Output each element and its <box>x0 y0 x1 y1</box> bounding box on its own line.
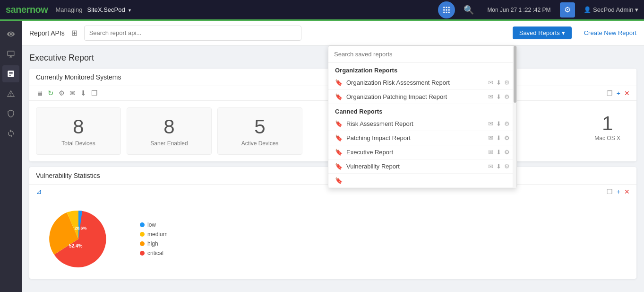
saner-enabled-card: 8 Saner Enabled <box>127 107 212 155</box>
settings-toolbar-icon[interactable]: ⚙ <box>59 89 65 97</box>
sync-icon <box>7 129 15 138</box>
total-devices-label: Total Devices <box>61 140 95 147</box>
search-report-input[interactable] <box>84 26 301 41</box>
vuln-report-label: Vulnerability Report <box>346 163 488 170</box>
settings-action-5[interactable]: ⚙ <box>504 149 510 156</box>
saved-reports-search-input[interactable] <box>334 51 511 58</box>
sidebar-item-visibility[interactable] <box>2 26 19 43</box>
svg-rect-8 <box>448 11 450 13</box>
sidebar-item-alerts[interactable] <box>2 85 19 102</box>
sidebar-item-security[interactable] <box>2 105 19 122</box>
legend-dot-high <box>140 241 145 246</box>
bookmark-icon-7: 🔖 <box>335 177 343 184</box>
app-layout: Report APIs ⊞ Saved Reports ▾ Create New… <box>0 21 644 292</box>
item-actions-6: ✉ ⬇ ⚙ <box>488 163 510 170</box>
mac-os-number: 1 <box>594 112 620 135</box>
vuln-add-icon[interactable]: + <box>617 188 620 195</box>
org-risk-assessment-item[interactable]: 🔖 Organization Risk Assessment Report ✉ … <box>328 76 516 90</box>
download-action-1[interactable]: ⬇ <box>496 79 501 86</box>
settings-action-4[interactable]: ⚙ <box>504 134 510 142</box>
bookmark-icon-5: 🔖 <box>335 149 343 156</box>
vuln-report-item[interactable]: 🔖 Vulnerability Report ✉ ⬇ ⚙ <box>328 159 516 174</box>
item-actions-5: ✉ ⬇ ⚙ <box>488 149 510 156</box>
eye-icon <box>7 30 15 38</box>
legend-label-critical: critical <box>147 250 163 257</box>
report-apis-bar: Report APIs ⊞ Saved Reports ▾ Create New… <box>22 21 644 45</box>
org-risk-label: Organization Risk Assessment Report <box>346 79 488 86</box>
patching-impact-item[interactable]: 🔖 Patching Impact Report ✉ ⬇ ⚙ <box>328 131 516 145</box>
dropdown-scrollbar[interactable] <box>513 46 516 188</box>
logo: sanernow <box>6 4 48 15</box>
email-action-4[interactable]: ✉ <box>488 134 493 142</box>
email-action-3[interactable]: ✉ <box>488 120 493 127</box>
settings-action-6[interactable]: ⚙ <box>504 163 510 170</box>
svg-rect-1 <box>446 7 447 8</box>
vuln-expand-icon[interactable]: ❐ <box>607 188 613 195</box>
vuln-close-icon[interactable]: ✕ <box>624 188 630 195</box>
download-action-3[interactable]: ⬇ <box>496 120 501 127</box>
svg-rect-7 <box>446 11 447 13</box>
bookmark-icon-2: 🔖 <box>335 93 343 100</box>
settings-action-2[interactable]: ⚙ <box>504 93 510 100</box>
risk-assessment-label: Risk Assessment Report <box>346 120 488 127</box>
sidebar-item-devices[interactable] <box>2 45 19 62</box>
bookmark-icon-6: 🔖 <box>335 163 343 170</box>
settings-nav-button[interactable]: ⚙ <box>560 2 575 18</box>
global-search-icon[interactable]: 🔍 <box>464 5 474 15</box>
item-actions-3: ✉ ⬇ ⚙ <box>488 120 510 127</box>
legend-dot-low <box>140 222 145 227</box>
email-toolbar-icon[interactable]: ✉ <box>69 89 76 97</box>
email-action-1[interactable]: ✉ <box>488 79 493 86</box>
pie-chart-svg: 52.4% 28.6% <box>45 206 112 272</box>
user-menu[interactable]: 👤 SecPod Admin ▾ <box>584 6 638 13</box>
copy-toolbar-icon[interactable]: ❐ <box>91 89 97 97</box>
create-new-report-link[interactable]: Create New Report <box>584 29 636 36</box>
email-action-6[interactable]: ✉ <box>488 163 493 170</box>
email-action-5[interactable]: ✉ <box>488 149 493 156</box>
add-icon[interactable]: + <box>617 89 620 97</box>
svg-text:52.4%: 52.4% <box>69 243 82 248</box>
reports-icon <box>7 70 15 78</box>
mac-os-label: Mac OS X <box>594 135 620 142</box>
download-action-4[interactable]: ⬇ <box>496 134 501 142</box>
download-toolbar-icon[interactable]: ⬇ <box>80 89 86 97</box>
refresh-toolbar-icon[interactable]: ↻ <box>48 89 54 97</box>
sidebar-item-integrations[interactable] <box>2 125 19 142</box>
close-icon[interactable]: ✕ <box>624 89 630 97</box>
legend-medium: medium <box>140 231 168 238</box>
bookmark-icon-1: 🔖 <box>335 79 343 86</box>
sidebar-item-reports[interactable] <box>2 65 19 82</box>
site-selector[interactable]: SiteX.SecPod ▾ <box>87 6 131 13</box>
vuln-toolbar-left: ⊿ <box>36 187 42 196</box>
pie-legend: low medium high critical <box>140 221 168 257</box>
patching-impact-label: Patching Impact Report <box>346 134 488 142</box>
download-action-6[interactable]: ⬇ <box>496 163 501 170</box>
monitor-toolbar-icon[interactable]: 🖥 <box>36 89 43 97</box>
datetime-display: Mon Jun 27 1 :22 :42 PM <box>487 7 550 13</box>
legend-label-high: high <box>147 240 158 247</box>
email-action-2[interactable]: ✉ <box>488 93 493 100</box>
alert-icon <box>7 89 15 98</box>
org-reports-title: Organization Reports <box>328 63 516 76</box>
toolbar-left: 🖥 ↻ ⚙ ✉ ⬇ ❐ <box>36 89 97 97</box>
org-patching-label: Organization Patching Impact Report <box>346 93 488 100</box>
download-action-2[interactable]: ⬇ <box>496 93 501 100</box>
legend-critical: critical <box>140 250 168 257</box>
active-devices-card: 5 Active Devices <box>217 107 302 155</box>
grid-view-button[interactable]: ⊞ <box>71 28 77 37</box>
apps-grid-button[interactable] <box>438 1 455 18</box>
settings-action-1[interactable]: ⚙ <box>504 79 510 86</box>
top-nav: sanernow Managing SiteX.SecPod ▾ 🔍 Mon J… <box>0 0 644 21</box>
gear-nav-icon: ⚙ <box>564 5 571 14</box>
saved-reports-button[interactable]: Saved Reports ▾ <box>513 27 572 39</box>
executive-report-item[interactable]: 🔖 Executive Report ✉ ⬇ ⚙ <box>328 145 516 159</box>
expand-icon[interactable]: ❐ <box>607 89 613 97</box>
download-action-5[interactable]: ⬇ <box>496 149 501 156</box>
legend-low: low <box>140 221 168 228</box>
risk-assessment-item[interactable]: 🔖 Risk Assessment Report ✉ ⬇ ⚙ <box>328 117 516 131</box>
legend-high: high <box>140 240 168 247</box>
org-patching-item[interactable]: 🔖 Organization Patching Impact Report ✉ … <box>328 90 516 104</box>
settings-action-3[interactable]: ⚙ <box>504 120 510 127</box>
filter-icon[interactable]: ⊿ <box>36 187 42 196</box>
more-item[interactable]: 🔖 <box>328 174 516 188</box>
